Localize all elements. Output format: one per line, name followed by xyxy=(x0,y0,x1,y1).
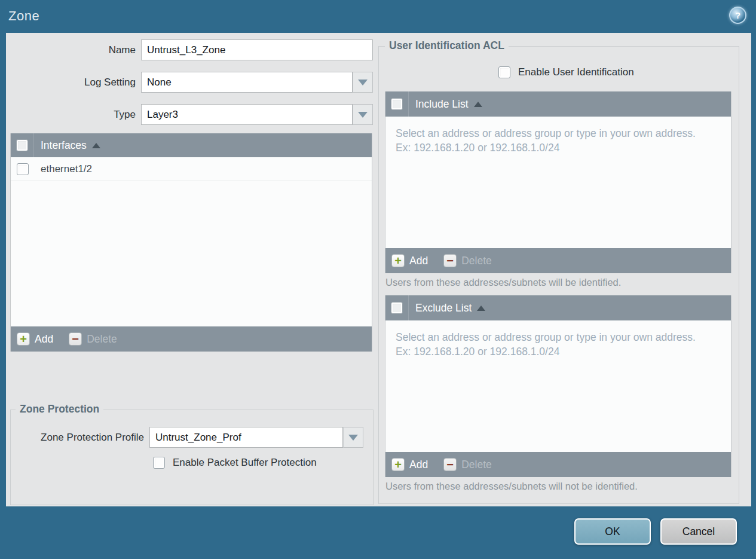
exclude-delete-button[interactable]: − Delete xyxy=(443,458,492,471)
exclude-list-header: Exclude List xyxy=(385,295,731,320)
enable-user-identification-row: Enable User Identification xyxy=(498,66,731,79)
minus-icon: − xyxy=(443,458,457,471)
enable-user-identification-checkbox[interactable] xyxy=(498,66,510,78)
type-row: Type xyxy=(6,104,373,125)
include-list-footer: + Add − Delete xyxy=(385,248,731,273)
include-list-note: Users from these addresses/subnets will … xyxy=(385,277,731,290)
exclude-list-label: Exclude List xyxy=(415,302,472,314)
type-dropdown-trigger[interactable] xyxy=(353,104,373,125)
zone-dialog: Zone ? Name Log Setting xyxy=(0,0,756,559)
zone-protection-profile-dropdown-trigger[interactable] xyxy=(343,427,363,448)
enable-user-identification-label: Enable User Identification xyxy=(518,66,634,78)
dialog-content: Name Log Setting Type xyxy=(6,33,751,506)
plus-icon: + xyxy=(391,458,405,471)
exclude-list-placeholder: Select an address or address group or ty… xyxy=(385,320,720,359)
name-row: Name xyxy=(6,39,373,60)
interface-row[interactable]: ethernet1/2 xyxy=(11,157,372,181)
include-list-table: Include List Select an address or addres… xyxy=(385,91,731,273)
interfaces-select-all-checkbox[interactable] xyxy=(16,139,28,151)
include-add-button[interactable]: + Add xyxy=(391,254,428,267)
include-list-header: Include List xyxy=(385,91,731,117)
plus-icon: + xyxy=(17,332,30,346)
log-setting-row: Log Setting xyxy=(6,72,373,93)
interfaces-table-header: Interfaces xyxy=(11,133,372,157)
name-label: Name xyxy=(6,44,141,56)
exclude-list-note: Users from these addresses/subnets will … xyxy=(385,481,731,494)
include-list-label: Include List xyxy=(415,98,469,111)
zone-protection-profile-row: Zone Protection Profile xyxy=(11,427,373,448)
interfaces-column-header[interactable]: Interfaces xyxy=(34,139,100,152)
chevron-down-icon xyxy=(358,80,368,85)
minus-icon: − xyxy=(69,332,82,346)
include-delete-button[interactable]: − Delete xyxy=(443,254,492,267)
exclude-list-table: Exclude List Select an address or addres… xyxy=(385,295,731,477)
interfaces-add-button[interactable]: + Add xyxy=(17,332,53,346)
packet-buffer-protection-label: Enable Packet Buffer Protection xyxy=(173,457,317,469)
log-setting-label: Log Setting xyxy=(6,77,141,88)
dialog-footer: OK Cancel xyxy=(574,518,737,545)
log-setting-dropdown-trigger[interactable] xyxy=(353,72,373,93)
minus-icon: − xyxy=(443,254,457,267)
include-select-all-checkbox[interactable] xyxy=(391,98,403,110)
interfaces-column-label: Interfaces xyxy=(41,139,87,152)
chevron-down-icon xyxy=(358,112,368,118)
sort-ascending-icon xyxy=(92,143,100,148)
help-icon[interactable]: ? xyxy=(729,7,746,24)
exclude-list-body[interactable]: Select an address or address group or ty… xyxy=(385,320,731,452)
page-title: Zone xyxy=(8,8,39,24)
interfaces-table-body xyxy=(11,181,372,326)
include-list-placeholder: Select an address or address group or ty… xyxy=(385,117,720,155)
exclude-list-footer: + Add − Delete xyxy=(385,452,731,477)
exclude-add-button[interactable]: + Add xyxy=(391,458,428,471)
name-input[interactable] xyxy=(141,39,373,60)
exclude-list-column-header[interactable]: Exclude List xyxy=(409,302,485,314)
interface-name: ethernet1/2 xyxy=(34,163,92,175)
include-list-column-header[interactable]: Include List xyxy=(409,98,482,111)
user-identification-acl-legend: User Identification ACL xyxy=(385,39,509,52)
plus-icon: + xyxy=(391,254,405,267)
sort-ascending-icon xyxy=(477,306,485,311)
interface-row-checkbox[interactable] xyxy=(17,163,29,175)
type-label: Type xyxy=(6,109,141,121)
dialog-titlebar: Zone ? xyxy=(0,0,756,33)
cancel-button[interactable]: Cancel xyxy=(660,518,737,545)
interfaces-table-footer: + Add − Delete xyxy=(11,326,372,352)
interfaces-delete-button[interactable]: − Delete xyxy=(69,332,117,346)
zone-protection-profile-input[interactable] xyxy=(149,427,343,448)
sort-ascending-icon xyxy=(474,102,482,107)
ok-button[interactable]: OK xyxy=(574,518,651,545)
log-setting-input[interactable] xyxy=(141,72,353,93)
zone-form: Name Log Setting Type xyxy=(6,39,373,136)
include-list-body[interactable]: Select an address or address group or ty… xyxy=(385,117,731,248)
zone-protection-legend: Zone Protection xyxy=(16,403,103,416)
zone-protection-profile-label: Zone Protection Profile xyxy=(11,432,149,444)
packet-buffer-row: Enable Packet Buffer Protection xyxy=(153,457,373,469)
user-identification-acl-section: User Identification ACL Enable User Iden… xyxy=(378,46,739,504)
zone-protection-section: Zone Protection Zone Protection Profile … xyxy=(10,410,374,505)
exclude-select-all-checkbox[interactable] xyxy=(391,302,403,314)
type-input[interactable] xyxy=(141,104,353,125)
interfaces-table: Interfaces ethernet1/2 + Add − Delete xyxy=(10,133,372,352)
packet-buffer-protection-checkbox[interactable] xyxy=(153,457,165,469)
chevron-down-icon xyxy=(348,435,358,441)
